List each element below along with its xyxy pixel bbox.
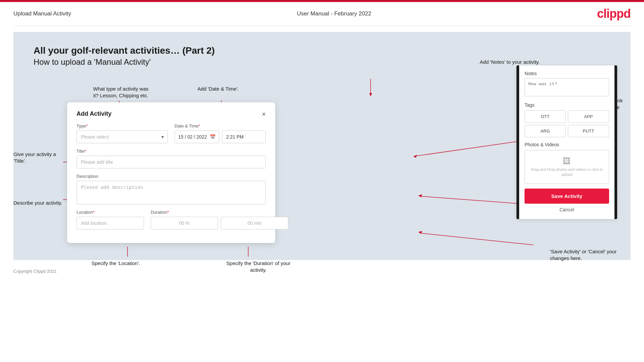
duration-label: Duration* (151, 210, 288, 215)
location-label: Location* (77, 210, 144, 215)
datetime-label: Date & Time* (175, 123, 266, 128)
svg-line-16 (416, 139, 533, 156)
datetime-group: Date & Time* 15 / 02 / 2022 📅 2:21 PM (175, 123, 266, 143)
description-group: Description (77, 174, 266, 204)
header-center-title: User Manual - February 2022 (297, 10, 371, 17)
type-select-wrapper: Please select ▾ (77, 131, 168, 143)
copyright-text: Copyright Clippd 2021 (13, 269, 57, 274)
callout-datetime: Add 'Date & Time'. (188, 86, 248, 92)
photo-upload-text: Drag and Drop photos and videos or click… (528, 167, 605, 177)
photo-icon: 🖼 (528, 156, 605, 166)
notes-label: Notes (525, 71, 609, 76)
modal-close-button[interactable]: × (262, 111, 266, 117)
duration-min-input[interactable] (221, 217, 288, 229)
tags-label: Tags (525, 102, 609, 108)
callout-save: 'Save Activity' or 'Cancel' your changes… (550, 248, 624, 261)
photos-label: Photos & Videos (525, 142, 609, 147)
svg-marker-21 (418, 231, 422, 234)
date-input[interactable]: 15 / 02 / 2022 📅 (175, 131, 219, 143)
location-input[interactable] (77, 217, 144, 229)
tag-button-app[interactable]: APP (568, 110, 609, 123)
title-input[interactable] (77, 156, 266, 168)
tag-button-putt[interactable]: PUTT (568, 125, 609, 137)
cancel-link[interactable]: Cancel (525, 207, 609, 212)
page-heading: All your golf-relevant activities… (Part… (34, 45, 610, 56)
type-select[interactable]: Please select (77, 131, 168, 143)
callout-description: Describe your activity. (13, 200, 64, 206)
description-label: Description (77, 174, 266, 179)
duration-inputs (151, 217, 288, 229)
main-content: All your golf-relevant activities… (Part… (13, 32, 631, 260)
photo-upload-area[interactable]: 🖼 Drag and Drop photos and videos or cli… (525, 150, 609, 184)
svg-marker-17 (413, 155, 417, 158)
duration-hr-input[interactable] (151, 217, 218, 229)
svg-marker-15 (369, 93, 372, 97)
notes-textarea[interactable] (525, 78, 609, 96)
callout-location: Specify the 'Location'. (86, 260, 146, 267)
modal-title: Add Activity (77, 110, 111, 117)
type-label: Type* (77, 123, 168, 128)
callout-duration: Specify the 'Duration' of your activity. (221, 260, 295, 273)
add-activity-modal: Add Activity × Type* Please select ▾ Dat… (67, 102, 275, 243)
location-duration-row: Location* Duration* (77, 210, 266, 229)
location-group: Location* (77, 210, 144, 229)
callout-title: Give your activity a 'Title'. (13, 151, 64, 164)
header: Upload Manual Activity User Manual - Feb… (0, 2, 644, 25)
date-time-inputs: 15 / 02 / 2022 📅 2:21 PM (175, 131, 266, 143)
description-textarea[interactable] (77, 181, 266, 204)
callout-type: What type of activity was it? Lesson, Ch… (91, 86, 151, 99)
footer: Copyright Clippd 2021 (0, 266, 644, 276)
time-input[interactable]: 2:21 PM (222, 131, 266, 143)
svg-line-20 (421, 233, 533, 245)
tags-grid: OTTAPPARGPUTT (525, 110, 609, 137)
save-activity-button[interactable]: Save Activity (525, 189, 609, 204)
calendar-icon: 📅 (210, 134, 215, 140)
tag-button-ott[interactable]: OTT (525, 110, 566, 123)
title-label: Title* (77, 149, 266, 154)
svg-marker-19 (418, 194, 422, 197)
callout-notes: Add 'Notes' to your activity. (476, 59, 543, 65)
tag-button-arg[interactable]: ARG (525, 125, 566, 137)
type-group: Type* Please select ▾ (77, 123, 168, 143)
title-group: Title* (77, 149, 266, 168)
duration-group: Duration* (151, 210, 288, 229)
header-divider (13, 25, 631, 26)
logo: clippd (597, 7, 631, 21)
right-panel: Notes Tags OTTAPPARGPUTT Photos & Videos… (516, 65, 617, 219)
modal-header: Add Activity × (77, 110, 266, 117)
type-datetime-row: Type* Please select ▾ Date & Time* 15 / … (77, 123, 266, 143)
header-left-title: Upload Manual Activity (13, 10, 71, 17)
